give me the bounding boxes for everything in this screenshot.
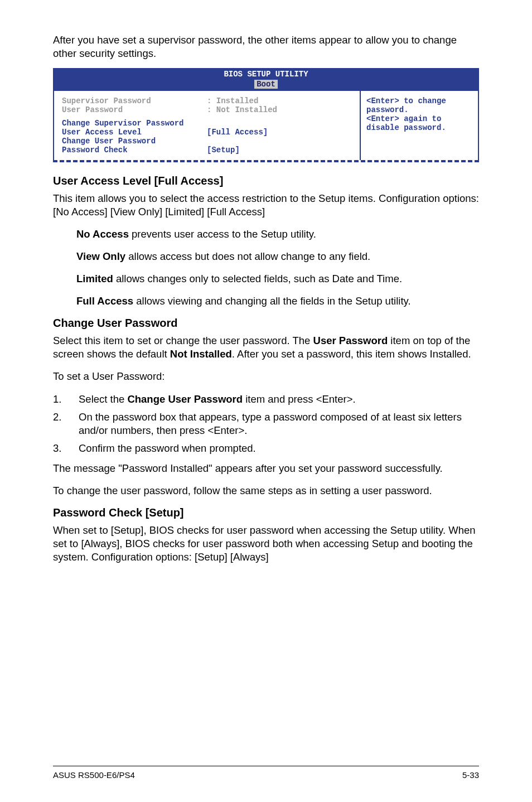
footer-right: 5-33 xyxy=(462,770,479,780)
bios-title: BIOS SETUP UTILITY xyxy=(54,69,478,79)
opt-full-access-label: Full Access xyxy=(76,295,133,307)
opt-no-access: No Access prevents user access to the Se… xyxy=(76,228,479,241)
change-user-password-heading: Change User Password xyxy=(53,317,479,330)
help-line-4: disable password. xyxy=(366,123,472,132)
help-line-3: <Enter> again to xyxy=(366,114,472,123)
change-user-password-item: Change User Password xyxy=(62,137,352,146)
help-line-2: password. xyxy=(366,105,472,114)
step-1: Select the Change User Password item and… xyxy=(53,393,479,406)
footer-left: ASUS RS500-E6/PS4 xyxy=(53,770,135,780)
opt-full-access-text: allows viewing and changing all the fiel… xyxy=(133,295,410,307)
page-footer: ASUS RS500-E6/PS4 5-33 xyxy=(53,766,479,780)
step-2: On the password box that appears, type a… xyxy=(53,410,479,437)
bios-tab-row: Boot xyxy=(54,79,478,90)
user-access-level-value: [Full Access] xyxy=(207,128,268,137)
supervisor-password-value: : Installed xyxy=(207,96,258,105)
opt-view-only-text: allows access but does not allow change … xyxy=(125,250,370,262)
intro-paragraph: After you have set a supervisor password… xyxy=(53,33,479,60)
step-1-pre: Select the xyxy=(79,393,127,405)
password-check-label: Password Check xyxy=(62,146,207,154)
bios-right-pane: <Enter> to change password. <Enter> agai… xyxy=(361,90,478,160)
password-check-description: When set to [Setup], BIOS checks for use… xyxy=(53,524,479,564)
user-access-level-description: This item allows you to select the acces… xyxy=(53,192,479,219)
password-check-value: [Setup] xyxy=(207,146,240,154)
user-password-row: User Password : Not Installed xyxy=(62,105,352,114)
supervisor-password-label: Supervisor Password xyxy=(62,96,207,105)
user-password-label: User Password xyxy=(62,105,207,114)
change-password-note: To change the user password, follow the … xyxy=(53,484,479,497)
password-check-heading: Password Check [Setup] xyxy=(53,506,479,519)
user-access-level-label: User Access Level xyxy=(62,128,207,137)
cup-post: . After you set a password, this item sh… xyxy=(232,348,471,360)
cup-pre: Select this item to set or change the us… xyxy=(53,335,313,346)
to-set-label: To set a User Password: xyxy=(53,370,479,383)
user-access-level-row: User Access Level [Full Access] xyxy=(62,128,352,137)
change-supervisor-password-item: Change Supervisor Password xyxy=(62,119,352,128)
cup-b1: User Password xyxy=(313,335,388,346)
supervisor-password-row: Supervisor Password : Installed xyxy=(62,96,352,105)
cup-b2: Not Installed xyxy=(170,348,232,360)
opt-view-only-label: View Only xyxy=(76,250,125,262)
change-user-password-description: Select this item to set or change the us… xyxy=(53,334,479,361)
password-installed-msg: The message "Password Installed" appears… xyxy=(53,462,479,475)
bios-body: Supervisor Password : Installed User Pas… xyxy=(54,90,478,160)
opt-limited: Limited allows changes only to selected … xyxy=(76,272,479,286)
opt-limited-text: allows changes only to selected fields, … xyxy=(113,273,402,284)
step-3: Confirm the password when prompted. xyxy=(53,442,479,455)
opt-view-only: View Only allows access but does not all… xyxy=(76,250,479,263)
bios-bottom-border xyxy=(53,160,479,162)
opt-limited-label: Limited xyxy=(76,273,113,284)
user-password-value: : Not Installed xyxy=(207,105,277,114)
bios-left-pane: Supervisor Password : Installed User Pas… xyxy=(54,90,361,160)
opt-no-access-label: No Access xyxy=(76,228,129,240)
user-access-level-heading: User Access Level [Full Access] xyxy=(53,175,479,187)
bios-panel: BIOS SETUP UTILITY Boot Supervisor Passw… xyxy=(53,68,479,160)
password-check-row: Password Check [Setup] xyxy=(62,146,352,154)
steps-list: Select the Change User Password item and… xyxy=(53,393,479,455)
opt-full-access: Full Access allows viewing and changing … xyxy=(76,294,479,308)
help-line-1: <Enter> to change xyxy=(366,96,472,105)
step-1-bold: Change User Password xyxy=(127,393,243,405)
opt-no-access-text: prevents user access to the Setup utilit… xyxy=(129,228,316,240)
step-1-post: item and press <Enter>. xyxy=(243,393,356,405)
bios-tab-boot: Boot xyxy=(254,80,278,89)
